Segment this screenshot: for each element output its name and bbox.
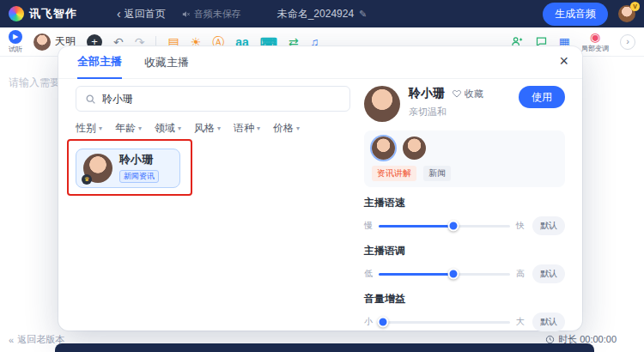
document-title-text: 未命名_2024924 [277,7,354,21]
search-value: 聆小珊 [102,92,133,106]
sample-tags: 资讯讲解 新闻 [372,166,557,181]
chevron-down-icon: ▾ [178,124,181,132]
double-chevron-left-icon: « [9,335,14,345]
app-window: 讯飞智作 ‹ 返回首页 音频未保存 未命名_2024924 ✎ 生成音频 V ▶… [0,0,644,352]
vip-badge-icon: V [630,2,640,11]
sample-avatars [372,137,557,160]
anchor-card-name: 聆小珊 [119,154,159,166]
gain-min-label: 小 [364,316,373,328]
chevron-down-icon: ▾ [138,124,142,132]
pitch-slider-block: 主播语调 低 高 默认 [364,244,565,283]
heart-icon [452,88,462,99]
back-home-link[interactable]: ‹ 返回首页 [117,7,166,21]
sample-tag-news[interactable]: 新闻 [423,166,451,181]
anchor-detail-column: 聆小珊 收藏 亲切温和 使用 [364,86,565,331]
anchor-detail-header: 聆小珊 收藏 亲切温和 使用 [364,86,565,122]
sample-avatar-1[interactable] [372,137,395,160]
speed-slider-fill [379,225,453,228]
pitch-slider-label: 主播语调 [364,244,565,258]
gain-slider-label: 音量增益 [364,292,565,306]
speed-slider-label: 主播语速 [364,196,565,210]
generate-audio-button[interactable]: 生成音频 [543,3,608,26]
document-title[interactable]: 未命名_2024924 ✎ [277,7,368,21]
speed-reset-button[interactable]: 默认 [532,216,565,235]
filter-price[interactable]: 价格▾ [273,121,300,136]
filter-domain[interactable]: 领域▾ [155,121,181,136]
duration-label: 时长 00:00:00 [558,333,617,346]
filter-age[interactable]: 年龄▾ [115,121,142,136]
gain-slider[interactable] [379,321,510,324]
modal-body: 聆小珊 性别▾ 年龄▾ 领域▾ 风格▾ 语种▾ 价格▾ ♛ 聆小珊 新 [58,79,582,331]
top-right-group: 生成音频 V [543,3,635,26]
sample-avatar-2[interactable] [403,137,426,160]
sample-panel: 资讯讲解 新闻 [364,130,565,187]
voice-actor-avatar [33,33,51,51]
speed-max-label: 快 [516,220,525,232]
anchor-avatar: ♛ [83,154,112,183]
gain-slider-block: 音量增益 小 大 默认 [364,292,565,331]
crown-badge-icon: ♛ [82,174,92,185]
pitch-slider[interactable] [379,273,510,276]
app-logo-text: 讯飞智作 [29,6,77,21]
detail-anchor-name: 聆小珊 [409,86,445,101]
speed-slider[interactable] [379,225,510,228]
save-status: 音频未保存 [181,8,241,21]
tab-favorite-anchors[interactable]: 收藏主播 [144,55,189,78]
speed-slider-handle[interactable] [448,221,459,232]
app-logo: 讯飞智作 [9,6,77,21]
chevron-down-icon: ▾ [217,124,221,132]
audition-button[interactable]: ▶ 试听 [9,30,22,54]
save-status-label: 音频未保存 [194,8,241,21]
favorite-label: 收藏 [465,88,483,100]
detail-avatar [364,86,400,122]
anchor-list-column: 聆小珊 性别▾ 年龄▾ 领域▾ 风格▾ 语种▾ 价格▾ ♛ 聆小珊 新 [76,86,350,188]
app-logo-icon [9,6,24,21]
pitch-min-label: 低 [364,268,373,280]
speed-slider-block: 主播语速 慢 快 默认 [364,196,565,235]
chevron-down-icon: ▾ [99,124,102,132]
clock-icon [545,335,555,344]
toolbar-more-button[interactable]: › [620,34,635,50]
anchor-picker-modal: 全部主播 收藏主播 × 聆小珊 性别▾ 年龄▾ 领域▾ 风格▾ 语种▾ 价格▾ [58,46,582,331]
anchor-style-tag: 亲切温和 [409,106,519,118]
filter-gender[interactable]: 性别▾ [76,121,102,136]
local-pitch-label: 局部变调 [581,44,609,53]
pitch-max-label: 高 [516,268,525,280]
editor-placeholder[interactable]: 请输入需要 [9,76,60,90]
edit-icon[interactable]: ✎ [359,9,367,20]
filter-language[interactable]: 语种▾ [234,121,260,136]
old-version-link[interactable]: « 返回老版本 [9,333,64,346]
pitch-slider-handle[interactable] [448,269,459,280]
audition-label: 试听 [9,45,22,54]
pitch-reset-button[interactable]: 默认 [532,264,565,283]
anchor-search-input[interactable]: 聆小珊 [76,86,350,112]
chevron-left-icon: ‹ [117,8,121,20]
gain-slider-handle[interactable] [377,317,388,328]
top-bar: 讯飞智作 ‹ 返回首页 音频未保存 未命名_2024924 ✎ 生成音频 V [0,0,644,27]
gain-reset-button[interactable]: 默认 [532,313,565,331]
local-pitch-tool[interactable]: ◉ 局部变调 [581,31,609,53]
chevron-down-icon: ▾ [296,124,300,132]
anchor-card-info: 聆小珊 新闻资讯 [119,154,159,182]
detail-info: 聆小珊 收藏 亲切温和 [409,86,519,118]
close-icon[interactable]: × [559,53,568,69]
favorite-button[interactable]: 收藏 [452,88,483,100]
speed-min-label: 慢 [364,220,373,232]
duration-display: 时长 00:00:00 [545,333,617,346]
filter-bar: 性别▾ 年龄▾ 领域▾ 风格▾ 语种▾ 价格▾ [76,121,350,136]
anchor-card-lingxiaoshan[interactable]: ♛ 聆小珊 新闻资讯 [76,149,180,188]
record-icon: ◉ [590,31,600,43]
player-bar[interactable] [55,343,594,352]
pitch-slider-fill [379,273,453,276]
filter-style[interactable]: 风格▾ [194,121,221,136]
user-avatar[interactable]: V [618,5,635,22]
use-anchor-button[interactable]: 使用 [519,86,565,108]
anchor-card-badge: 新闻资讯 [119,170,159,183]
sample-tag-news-explain[interactable]: 资讯讲解 [372,166,416,181]
play-icon: ▶ [9,30,22,44]
tab-all-anchors[interactable]: 全部主播 [77,54,122,79]
back-home-label: 返回首页 [125,7,166,21]
modal-tabs: 全部主播 收藏主播 × [58,46,582,79]
speaker-icon [181,9,191,19]
search-icon [85,94,96,105]
